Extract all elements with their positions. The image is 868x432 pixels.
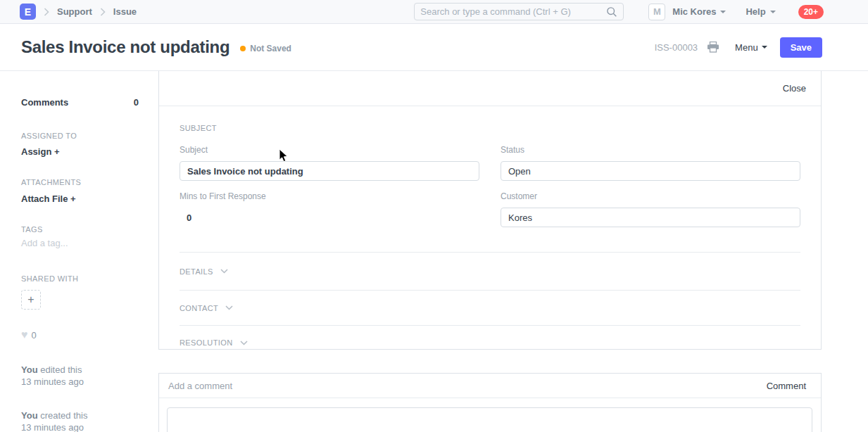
activity-created: You created this 13 minutes ago <box>21 409 87 432</box>
status-field: Status <box>501 145 800 181</box>
status-input[interactable] <box>501 161 800 181</box>
comment-submit-button[interactable]: Comment <box>767 381 806 391</box>
subject-field: Subject <box>180 145 479 181</box>
collapsed-sections: DETAILS CONTACT RESOLUTION <box>180 252 800 360</box>
content: Comments 0 ASSIGNED TO Assign + ATTACHME… <box>0 71 868 432</box>
shared-with-heading: SHARED WITH <box>21 274 78 283</box>
breadcrumb-issue[interactable]: Issue <box>113 6 137 17</box>
search-icon <box>606 6 617 18</box>
breadcrumb-support[interactable]: Support <box>57 6 92 17</box>
subject-input[interactable] <box>180 161 479 181</box>
caret-down-icon <box>762 46 767 49</box>
caret-down-icon <box>770 11 776 13</box>
tags-heading: TAGS <box>21 225 43 234</box>
save-status-indicator: Not Saved <box>240 44 291 53</box>
search-input[interactable] <box>420 6 606 17</box>
activity-actor: You <box>21 410 38 421</box>
section-details[interactable]: DETAILS <box>180 252 800 290</box>
activity-action: created this <box>40 410 87 421</box>
status-dot-icon <box>240 46 246 51</box>
attachments-heading: ATTACHMENTS <box>21 178 81 186</box>
subject-section-heading: SUBJECT <box>180 124 800 132</box>
customer-field: Customer <box>501 191 800 227</box>
subject-label: Subject <box>180 145 479 155</box>
comment-textarea[interactable] <box>167 407 812 432</box>
menu-label: Menu <box>735 42 758 53</box>
issue-form-card: Close SUBJECT Subject Mins to First Resp… <box>158 71 822 350</box>
chevron-down-icon <box>225 305 233 310</box>
plus-icon: + <box>27 293 34 306</box>
chevron-right-icon <box>100 8 106 16</box>
user-name: Mic Kores <box>672 6 716 17</box>
user-avatar[interactable]: M <box>648 4 665 20</box>
attach-file-button[interactable]: Attach File + <box>21 193 76 204</box>
like-button[interactable]: ♥ 0 <box>21 329 37 341</box>
comments-count: 0 <box>134 97 139 108</box>
fields-grid: Subject Mins to First Response 0 Status <box>180 145 800 238</box>
heart-icon: ♥ <box>21 329 28 341</box>
section-resolution[interactable]: RESOLUTION <box>180 325 800 360</box>
form-sidebar: Comments 0 ASSIGNED TO Assign + ATTACHME… <box>0 71 158 432</box>
customer-label: Customer <box>501 191 800 201</box>
comment-card: Add a comment Comment <box>158 373 822 432</box>
sidebar-comments[interactable]: Comments 0 <box>21 97 139 108</box>
notifications-badge[interactable]: 20+ <box>798 5 824 19</box>
help-label: Help <box>746 6 765 17</box>
mins-to-first-response-field: Mins to First Response 0 <box>180 191 479 223</box>
mins-to-first-response-value: 0 <box>180 208 479 223</box>
chevron-down-icon <box>220 269 228 274</box>
user-menu[interactable]: Mic Kores <box>672 6 726 17</box>
like-count: 0 <box>32 330 37 341</box>
section-contact[interactable]: CONTACT <box>180 290 800 325</box>
customer-input[interactable] <box>501 208 800 227</box>
save-button[interactable]: Save <box>780 37 822 58</box>
contact-label: CONTACT <box>180 304 218 312</box>
page-title: Sales Invoice not updating <box>21 37 229 57</box>
page-header: Sales Invoice not updating Not Saved ISS… <box>0 24 868 71</box>
activity-time: 13 minutes ago <box>21 422 84 432</box>
chevron-right-icon <box>44 8 49 16</box>
document-id: ISS-00003 <box>655 42 698 53</box>
assigned-to-heading: ASSIGNED TO <box>21 132 77 140</box>
form-body: SUBJECT Subject Mins to First Response 0 <box>159 124 821 360</box>
close-button[interactable]: Close <box>783 83 806 94</box>
global-search[interactable] <box>414 3 624 20</box>
form-toolbar: Close <box>159 71 821 106</box>
activity-time: 13 minutes ago <box>21 376 84 387</box>
status-text: Not Saved <box>250 44 291 53</box>
menu-dropdown[interactable]: Menu <box>735 42 767 53</box>
chevron-down-icon <box>240 341 248 345</box>
caret-down-icon <box>720 11 726 13</box>
add-tag-input[interactable]: Add a tag... <box>21 238 68 248</box>
mins-to-first-response-label: Mins to First Response <box>180 191 479 201</box>
comments-label: Comments <box>21 97 68 108</box>
resolution-label: RESOLUTION <box>180 338 233 347</box>
comment-header: Add a comment Comment <box>159 374 821 398</box>
app-logo[interactable]: E <box>20 4 36 20</box>
add-comment-label: Add a comment <box>168 381 232 391</box>
printer-icon <box>707 42 719 53</box>
activity-edited: You edited this 13 minutes ago <box>21 364 84 388</box>
help-menu[interactable]: Help <box>746 6 775 17</box>
print-button[interactable] <box>707 42 719 53</box>
navbar: E Support Issue M Mic Kores Help 20+ <box>0 0 868 24</box>
share-add-button[interactable]: + <box>21 290 41 310</box>
status-label: Status <box>501 145 800 155</box>
form-main: Close SUBJECT Subject Mins to First Resp… <box>158 71 822 432</box>
details-label: DETAILS <box>180 267 213 276</box>
assign-button[interactable]: Assign + <box>21 146 60 157</box>
activity-action: edited this <box>40 364 82 375</box>
activity-actor: You <box>21 364 38 375</box>
